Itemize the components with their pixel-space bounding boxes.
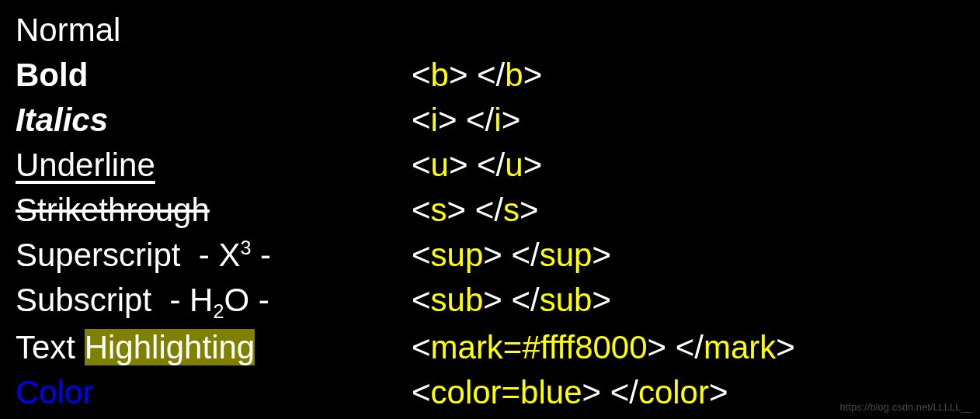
row-underline: Underline <u> </u> bbox=[16, 143, 964, 188]
tag-bracket: > bbox=[592, 282, 611, 318]
tag-bracket: > bbox=[523, 57, 543, 93]
tag-bracket: > bbox=[523, 147, 543, 183]
row-bold: Bold <b> </b> bbox=[16, 53, 964, 98]
sub-suffix: O - bbox=[224, 282, 269, 318]
tag-name: i bbox=[431, 102, 438, 138]
tag-name: color=blue bbox=[431, 374, 582, 410]
tag-bracket: > bbox=[502, 102, 521, 138]
tag-bracket: </ bbox=[610, 374, 638, 410]
tag-highlighting: <mark=#ffff8000> </mark> bbox=[412, 325, 964, 370]
tag-bracket: < bbox=[412, 147, 431, 183]
label-subscript: Subscript - H2O - bbox=[16, 278, 412, 325]
tag-name: sup bbox=[540, 237, 593, 273]
underline-text: Underline bbox=[16, 147, 155, 183]
highlight-prefix: Text bbox=[16, 329, 85, 365]
row-strikethrough: Strikethrough <s> </s> bbox=[16, 188, 964, 233]
tag-bracket: > bbox=[438, 102, 466, 138]
tag-name: sup bbox=[431, 237, 484, 273]
label-strikethrough: Strikethrough bbox=[16, 188, 412, 233]
tag-bracket: < bbox=[412, 102, 431, 138]
label-italics: Italics bbox=[16, 98, 412, 143]
tag-superscript: <sup> </sup> bbox=[412, 233, 964, 278]
watermark-text: https://blog.csdn.net/LLLLL__ bbox=[839, 401, 972, 413]
tag-bracket: > bbox=[582, 374, 610, 410]
tag-bracket: </ bbox=[676, 329, 704, 365]
tag-subscript: <sub> </sub> bbox=[412, 278, 964, 323]
tag-name: b bbox=[505, 57, 523, 93]
tag-bracket: > bbox=[483, 237, 511, 273]
tag-name: mark bbox=[704, 329, 776, 365]
label-bold: Bold bbox=[16, 53, 412, 98]
tag-bracket: > bbox=[776, 329, 795, 365]
tag-bracket: > bbox=[449, 57, 477, 93]
tag-name: b bbox=[431, 57, 449, 93]
label-normal: Normal bbox=[16, 8, 412, 53]
tag-bold: <b> </b> bbox=[412, 53, 964, 98]
tag-name: s bbox=[431, 192, 447, 228]
strike-text: Strikethrough bbox=[16, 192, 210, 228]
tag-bracket: </ bbox=[466, 102, 494, 138]
tag-bracket: </ bbox=[477, 57, 505, 93]
highlight-marked: Highlighting bbox=[85, 329, 255, 365]
sup-prefix: Superscript - X bbox=[16, 237, 240, 273]
tag-bracket: </ bbox=[511, 237, 539, 273]
tag-name: u bbox=[505, 147, 523, 183]
tag-bracket: </ bbox=[511, 282, 539, 318]
tag-bracket: </ bbox=[475, 192, 503, 228]
sub-char: 2 bbox=[213, 300, 224, 322]
tag-name: color bbox=[638, 374, 709, 410]
tag-bracket: < bbox=[412, 57, 431, 93]
tag-name: i bbox=[494, 102, 501, 138]
tag-bracket: > bbox=[449, 147, 477, 183]
row-superscript: Superscript - X3 - <sup> </sup> bbox=[16, 233, 964, 278]
row-color: Color <color=blue> </color> bbox=[16, 370, 964, 415]
tag-name: sub bbox=[431, 282, 484, 318]
label-superscript: Superscript - X3 - bbox=[16, 233, 412, 278]
tag-bracket: > bbox=[648, 329, 676, 365]
tag-bracket: > bbox=[709, 374, 728, 410]
tag-bracket: < bbox=[412, 374, 431, 410]
tag-bracket: > bbox=[447, 192, 475, 228]
tag-bracket: < bbox=[412, 192, 431, 228]
label-color: Color bbox=[16, 370, 412, 415]
tag-name: mark=#ffff8000 bbox=[431, 329, 648, 365]
tag-bracket: < bbox=[412, 282, 431, 318]
label-highlighting: Text Highlighting bbox=[16, 325, 412, 370]
tag-name: s bbox=[503, 192, 520, 228]
tag-underline: <u> </u> bbox=[412, 143, 964, 188]
sup-char: 3 bbox=[240, 237, 251, 258]
tag-bracket: < bbox=[412, 237, 431, 273]
tag-bracket: > bbox=[483, 282, 511, 318]
row-subscript: Subscript - H2O - <sub> </sub> bbox=[16, 278, 964, 325]
tag-name: u bbox=[431, 147, 449, 183]
sub-prefix: Subscript - H bbox=[16, 282, 213, 318]
tag-bracket: > bbox=[592, 237, 611, 273]
tag-bracket: </ bbox=[477, 147, 505, 183]
tag-name: sub bbox=[540, 282, 593, 318]
sup-suffix: - bbox=[251, 237, 271, 273]
row-normal: Normal bbox=[16, 8, 964, 53]
row-highlighting: Text Highlighting <mark=#ffff8000> </mar… bbox=[16, 325, 964, 370]
tag-strikethrough: <s> </s> bbox=[412, 188, 964, 233]
tag-bracket: < bbox=[412, 329, 431, 365]
tag-bracket: > bbox=[520, 192, 539, 228]
label-underline: Underline bbox=[16, 143, 412, 188]
row-italics: Italics <i> </i> bbox=[16, 98, 964, 143]
tag-italics: <i> </i> bbox=[412, 98, 964, 143]
